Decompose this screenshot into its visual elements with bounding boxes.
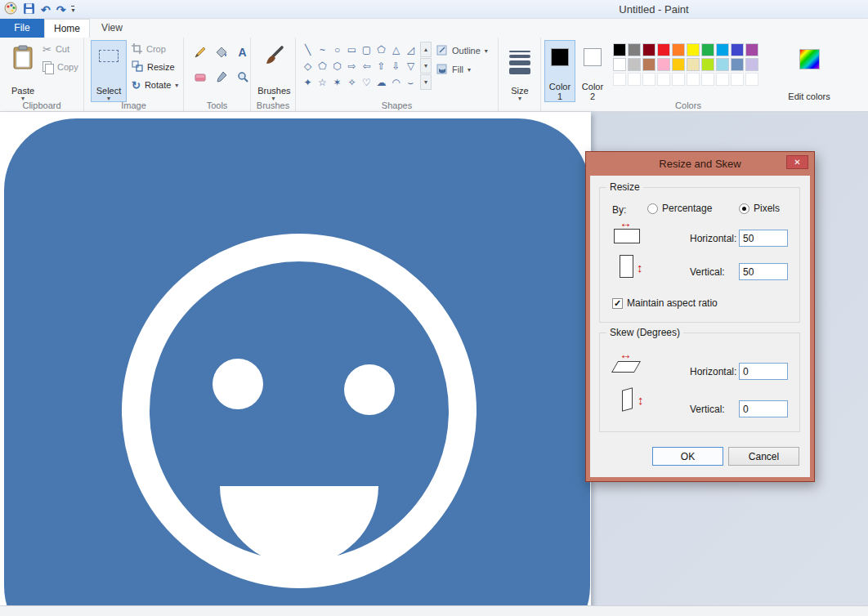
palette-swatch[interactable] — [642, 58, 655, 71]
palette-swatch[interactable] — [745, 43, 758, 56]
palette-swatch[interactable] — [628, 58, 641, 71]
palette-swatch[interactable] — [613, 73, 626, 86]
drawing-canvas[interactable] — [0, 112, 591, 616]
palette-swatch[interactable] — [657, 73, 670, 86]
palette-swatch[interactable] — [657, 58, 670, 71]
shape-tool[interactable]: ✧ — [345, 74, 359, 90]
palette-swatch[interactable] — [642, 73, 655, 86]
save-icon[interactable] — [23, 2, 35, 17]
maintain-aspect-checkbox[interactable]: ✓ Maintain aspect ratio — [612, 297, 718, 309]
outline-button[interactable]: Outline ▾ — [436, 44, 488, 57]
percentage-radio[interactable]: Percentage — [647, 203, 712, 214]
shape-tool[interactable]: ⌣ — [404, 74, 418, 90]
shape-tool[interactable]: ▭ — [345, 42, 359, 57]
shape-tool[interactable]: ⇨ — [345, 58, 359, 74]
palette-swatch[interactable] — [716, 73, 729, 86]
color2-button[interactable]: Color 2 — [577, 40, 608, 102]
shape-tool[interactable]: ☁ — [374, 74, 388, 90]
resize-horizontal-icon — [614, 229, 640, 243]
paste-button[interactable]: Paste ▾ — [6, 40, 40, 102]
palette-swatch[interactable] — [745, 73, 758, 86]
palette-swatch[interactable] — [731, 43, 744, 56]
palette-swatch[interactable] — [672, 43, 685, 56]
select-button[interactable]: Select ▾ — [91, 40, 127, 102]
dialog-title-bar[interactable]: Resize and Skew ✕ — [586, 152, 814, 176]
shape-tool[interactable]: ▽ — [404, 58, 418, 74]
palette-swatch[interactable] — [731, 73, 744, 86]
shape-tool[interactable]: ◠ — [389, 74, 403, 90]
palette-swatch[interactable] — [701, 43, 714, 56]
shape-tool[interactable]: ◇ — [301, 58, 315, 74]
palette-swatch[interactable] — [687, 43, 700, 56]
edit-colors-button[interactable]: Edit colors — [785, 40, 834, 102]
palette-swatch[interactable] — [687, 73, 700, 86]
undo-icon[interactable]: ↶ — [41, 3, 51, 16]
skew-vertical-input[interactable] — [739, 400, 788, 417]
shape-tool[interactable]: ✶ — [330, 74, 344, 90]
ok-button[interactable]: OK — [652, 447, 723, 466]
palette-swatch[interactable] — [701, 58, 714, 71]
redo-icon[interactable]: ↷ — [56, 3, 66, 16]
shapes-scroll-down-button[interactable]: ▾ — [420, 58, 432, 74]
shapes-scroll-up-button[interactable]: ▴ — [420, 42, 432, 57]
cut-button[interactable]: ✂ Cut — [43, 42, 69, 56]
pencil-tool[interactable] — [190, 42, 209, 61]
shape-tool[interactable]: ♡ — [360, 74, 374, 90]
tab-view[interactable]: View — [90, 19, 134, 38]
shapes-more-button[interactable]: ▾ — [420, 74, 432, 90]
palette-swatch[interactable] — [642, 43, 655, 56]
shape-tool[interactable]: ◿ — [404, 42, 418, 57]
palette-swatch[interactable] — [716, 43, 729, 56]
skew-horizontal-input[interactable] — [739, 363, 788, 380]
shape-tool[interactable]: △ — [389, 42, 403, 57]
resize-horizontal-label: Horizontal: — [690, 233, 736, 244]
pixels-radio[interactable]: Pixels — [739, 203, 780, 214]
paint-app-icon[interactable] — [4, 2, 17, 17]
palette-swatch[interactable] — [731, 58, 744, 71]
palette-swatch[interactable] — [657, 43, 670, 56]
color-picker-tool[interactable] — [212, 67, 230, 86]
tab-home[interactable]: Home — [44, 19, 90, 38]
brushes-button[interactable]: Brushes ▾ — [255, 40, 292, 102]
palette-swatch[interactable] — [613, 43, 626, 56]
palette-swatch[interactable] — [716, 58, 729, 71]
copy-button[interactable]: Copy — [43, 60, 78, 74]
shape-tool[interactable]: ⇦ — [360, 58, 374, 74]
size-button[interactable]: Size ▾ — [502, 40, 538, 102]
shape-tool[interactable]: ○ — [330, 42, 344, 57]
customize-toolbar-icon[interactable]: ▾ — [71, 6, 74, 13]
resize-horizontal-input[interactable] — [739, 230, 788, 247]
palette-swatch[interactable] — [672, 58, 685, 71]
resize-vertical-input[interactable] — [739, 263, 788, 280]
shape-tool[interactable]: ~ — [315, 42, 329, 57]
shape-tool[interactable]: ✦ — [301, 74, 315, 90]
fill-button[interactable]: Fill ▾ — [436, 63, 471, 76]
text-tool[interactable]: A — [233, 42, 252, 61]
palette-swatch[interactable] — [613, 58, 626, 71]
palette-swatch[interactable] — [628, 73, 641, 86]
fill-tool[interactable] — [212, 42, 230, 61]
palette-swatch[interactable] — [701, 73, 714, 86]
shape-tool[interactable]: ☆ — [315, 74, 329, 90]
palette-swatch[interactable] — [672, 73, 685, 86]
crop-button[interactable]: Crop — [132, 42, 166, 56]
shape-tool[interactable]: ⇧ — [374, 58, 388, 74]
shape-tool[interactable]: ▢ — [360, 42, 374, 57]
shape-tool[interactable]: ⬠ — [374, 42, 388, 57]
palette-swatch[interactable] — [628, 43, 641, 56]
shape-tool[interactable]: ⬠ — [315, 58, 329, 74]
cancel-button[interactable]: Cancel — [728, 447, 799, 466]
close-button[interactable]: ✕ — [786, 155, 808, 169]
resize-button[interactable]: Resize — [132, 60, 175, 74]
shape-tool[interactable]: ⬡ — [330, 58, 344, 74]
eraser-tool[interactable] — [190, 67, 209, 86]
shape-tool[interactable]: ╲ — [301, 42, 315, 57]
rotate-button[interactable]: ↻ Rotate ▾ — [132, 78, 178, 92]
palette-swatch[interactable] — [745, 58, 758, 71]
tab-file[interactable]: File — [0, 19, 44, 38]
shape-tool[interactable]: ⇩ — [389, 58, 403, 74]
horizontal-scrollbar[interactable] — [0, 605, 868, 616]
color1-button[interactable]: Color 1 — [544, 40, 575, 102]
palette-swatch[interactable] — [687, 58, 700, 71]
magnifier-tool[interactable] — [233, 67, 252, 86]
